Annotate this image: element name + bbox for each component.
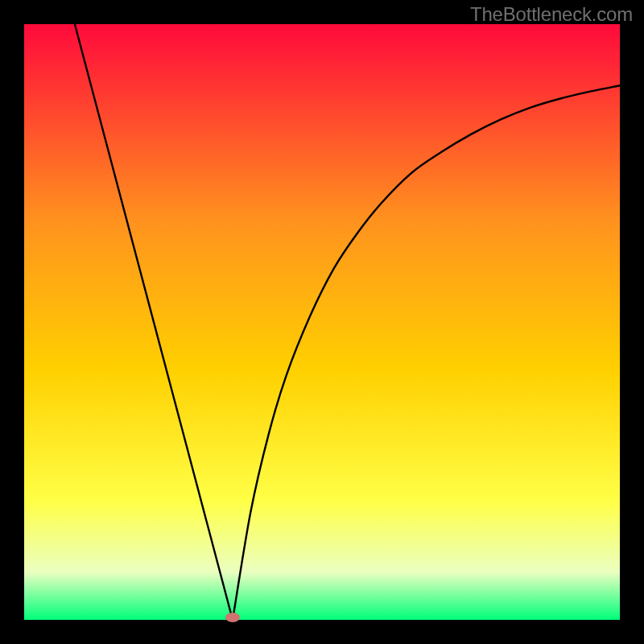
attribution-text: TheBottleneck.com — [470, 3, 633, 26]
bottleneck-chart — [0, 0, 644, 644]
chart-container: { "attribution": "TheBottleneck.com", "c… — [0, 0, 644, 644]
optimum-marker — [225, 613, 240, 622]
plot-background — [24, 24, 620, 620]
